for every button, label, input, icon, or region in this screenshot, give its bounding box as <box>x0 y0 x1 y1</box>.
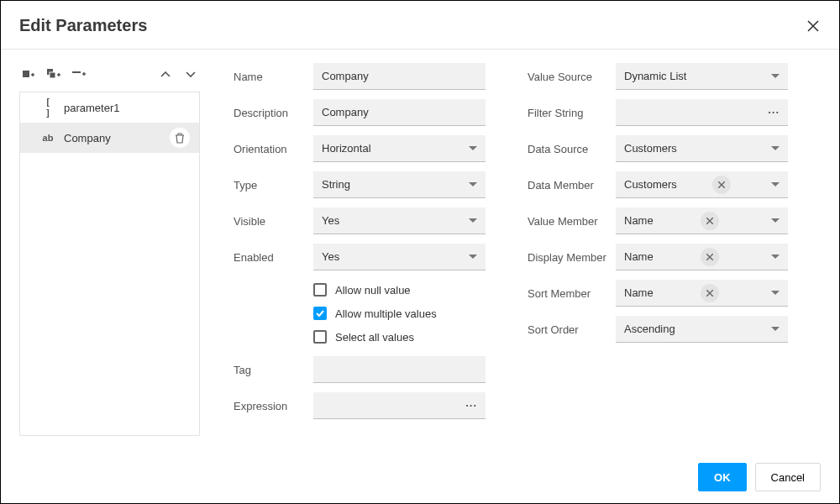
description-input[interactable] <box>313 99 486 126</box>
data-source-select[interactable]: Customers <box>616 135 788 162</box>
sort-member-label: Sort Member <box>528 287 616 300</box>
dialog-footer: OK Cancel <box>698 463 821 491</box>
checkbox-icon <box>313 283 327 297</box>
tag-label: Tag <box>234 364 313 376</box>
sort-order-label: Sort Order <box>528 323 616 336</box>
sort-order-value: Ascending <box>624 323 675 335</box>
sort-order-select[interactable]: Ascending <box>616 316 788 343</box>
sort-member-value: Name <box>624 286 654 299</box>
orientation-select[interactable]: Horizontal <box>313 135 486 162</box>
sort-member-select[interactable]: Name <box>616 280 788 307</box>
form-area: Name Description Orientation Horizontal … <box>234 63 822 436</box>
name-label: Name <box>234 71 313 83</box>
type-value: String <box>322 178 350 191</box>
parameter-side-panel: [ ] parameter1 ab Company <box>19 63 200 436</box>
caret-down-icon <box>771 291 780 296</box>
data-member-label: Data Member <box>528 179 616 192</box>
value-member-value: Name <box>624 214 654 227</box>
filter-string-label: Filter String <box>528 107 616 119</box>
display-member-select[interactable]: Name <box>616 244 788 270</box>
expression-editor-button[interactable]: ··· <box>465 399 477 412</box>
move-up-button[interactable] <box>158 67 173 82</box>
caret-down-icon <box>771 74 780 79</box>
move-down-button[interactable] <box>183 67 198 82</box>
enabled-select[interactable]: Yes <box>313 244 486 270</box>
allow-null-checkbox[interactable]: Allow null value <box>313 283 486 297</box>
add-separator-icon <box>72 70 86 80</box>
allow-multiple-label: Allow multiple values <box>335 307 437 320</box>
param-type-icon: [ ] <box>40 97 55 118</box>
param-type-icon: ab <box>40 133 55 143</box>
select-all-checkbox[interactable]: Select all values <box>313 330 486 344</box>
checkbox-checked-icon <box>313 307 327 320</box>
visible-label: Visible <box>234 215 313 228</box>
chevron-down-icon <box>186 71 196 78</box>
description-label: Description <box>234 107 313 119</box>
x-icon <box>706 218 713 224</box>
clear-button[interactable] <box>701 248 719 266</box>
filter-string-input[interactable]: ··· <box>616 99 788 126</box>
clear-button[interactable] <box>701 212 719 230</box>
close-icon <box>807 20 819 32</box>
delete-parameter-button[interactable] <box>169 127 191 149</box>
expression-label: Expression <box>234 400 313 412</box>
form-right-column: Value Source Dynamic List Filter String … <box>528 63 788 436</box>
value-source-value: Dynamic List <box>624 70 686 82</box>
value-source-select[interactable]: Dynamic List <box>616 63 788 90</box>
allow-null-label: Allow null value <box>335 284 411 297</box>
value-member-select[interactable]: Name <box>616 207 788 234</box>
data-member-value: Customers <box>624 178 677 191</box>
ok-button[interactable]: OK <box>698 463 747 491</box>
add-separator-button[interactable] <box>71 67 87 82</box>
chevron-up-icon <box>160 71 171 78</box>
caret-down-icon <box>469 146 477 151</box>
caret-down-icon <box>771 255 780 260</box>
caret-down-icon <box>771 182 780 187</box>
data-source-label: Data Source <box>528 143 616 155</box>
add-parameter-button[interactable] <box>21 67 36 82</box>
parameter-item-label: parameter1 <box>64 102 191 114</box>
clear-button[interactable] <box>701 284 719 302</box>
parameter-item[interactable]: [ ] parameter1 <box>20 92 199 123</box>
form-left-column: Name Description Orientation Horizontal … <box>234 63 486 436</box>
add-icon <box>23 69 34 81</box>
enabled-value: Yes <box>322 250 339 263</box>
caret-down-icon <box>771 327 780 332</box>
orientation-value: Horizontal <box>322 142 371 155</box>
cancel-button[interactable]: Cancel <box>755 463 821 491</box>
type-label: Type <box>234 179 313 192</box>
visible-value: Yes <box>322 214 339 227</box>
svg-rect-2 <box>50 72 55 78</box>
parameter-item-selected[interactable]: ab Company <box>20 123 199 153</box>
trash-icon <box>175 133 185 144</box>
parameter-item-label: Company <box>64 132 160 144</box>
caret-down-icon <box>771 218 780 223</box>
x-icon <box>718 181 725 188</box>
type-select[interactable]: String <box>313 171 486 198</box>
add-group-icon <box>47 69 60 81</box>
caret-down-icon <box>469 182 477 187</box>
tag-input[interactable] <box>313 356 486 383</box>
dialog-body: [ ] parameter1 ab Company Name <box>1 50 839 436</box>
close-button[interactable] <box>806 18 821 34</box>
data-member-select[interactable]: Customers <box>616 171 788 198</box>
allow-multiple-checkbox[interactable]: Allow multiple values <box>313 307 486 320</box>
filter-editor-button[interactable]: ··· <box>768 106 780 118</box>
expression-input[interactable]: ··· <box>313 392 486 419</box>
visible-select[interactable]: Yes <box>313 207 486 234</box>
parameter-list: [ ] parameter1 ab Company <box>19 92 200 436</box>
select-all-label: Select all values <box>335 331 414 344</box>
edit-parameters-dialog: Edit Parameters <box>0 0 840 504</box>
caret-down-icon <box>469 255 477 260</box>
x-icon <box>706 290 713 297</box>
dialog-title: Edit Parameters <box>19 16 147 35</box>
svg-rect-0 <box>23 71 29 77</box>
checkbox-icon <box>313 330 327 344</box>
clear-button[interactable] <box>712 176 731 194</box>
value-member-label: Value Member <box>528 215 616 228</box>
data-source-value: Customers <box>624 142 677 155</box>
name-input[interactable] <box>313 63 486 90</box>
add-group-button[interactable] <box>46 67 61 82</box>
enabled-label: Enabled <box>234 251 313 264</box>
titlebar: Edit Parameters <box>1 1 839 50</box>
